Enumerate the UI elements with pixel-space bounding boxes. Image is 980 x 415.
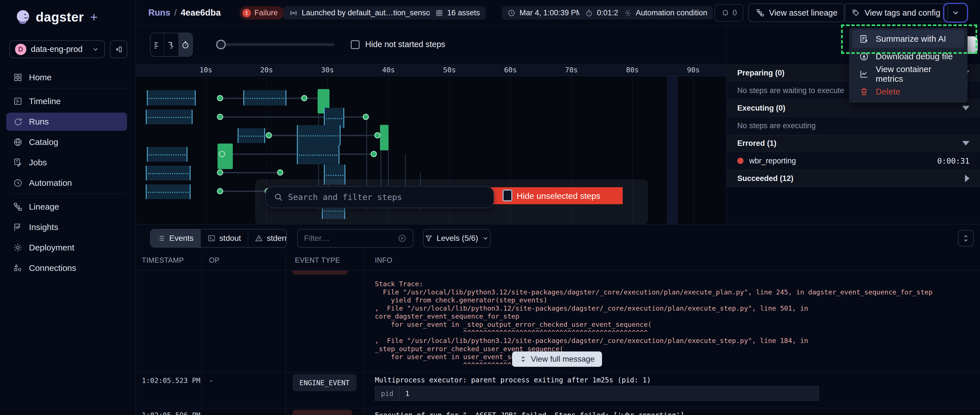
axis-tick-label: 60s: [504, 66, 517, 74]
stopwatch-icon: [585, 9, 593, 17]
sidebar-item-deployment[interactable]: Deployment: [6, 239, 127, 257]
tab-stdout[interactable]: stdout: [201, 230, 248, 247]
terminal-icon: [208, 234, 215, 242]
row-op: -: [209, 377, 213, 385]
sidebar-item-catalog[interactable]: Catalog: [6, 133, 127, 151]
sidebar-item-label: Home: [29, 73, 52, 82]
view-waterfall-button[interactable]: [164, 33, 178, 56]
tag-icon: [851, 8, 860, 17]
sidebar-item-label: Automation: [29, 178, 72, 188]
step-bar-not-started[interactable]: [297, 125, 340, 145]
step-marker-dot: [219, 151, 225, 157]
meta-key: pid: [375, 386, 399, 401]
step-bar-not-started[interactable]: [147, 147, 188, 162]
sidebar-item-label: Connections: [29, 263, 76, 273]
hide-not-started-label: Hide not started steps: [365, 40, 445, 49]
sidebar-item-lineage[interactable]: Lineage: [6, 198, 127, 216]
menu-item-delete[interactable]: Delete: [853, 83, 964, 101]
caret-down-icon[interactable]: [962, 106, 969, 110]
step-bar-not-started[interactable]: [297, 145, 339, 164]
status-section-succeeded[interactable]: Succeeded (12): [727, 170, 980, 187]
axis-tick-label: 80s: [626, 66, 639, 74]
sidebar-item-runs[interactable]: Runs: [6, 113, 127, 131]
clock-icon: [13, 178, 23, 188]
sidebar-item-insights[interactable]: Insights: [6, 218, 127, 236]
grid-icon: [13, 73, 23, 82]
menu-item-view-container-metrics[interactable]: View container metrics: [853, 65, 964, 83]
step-marker-dot: [217, 169, 223, 176]
step-search-input[interactable]: Search and filter steps: [266, 186, 494, 208]
sidebar-item-jobs[interactable]: Jobs: [6, 153, 127, 172]
sidebar-item-label: Timeline: [29, 96, 61, 106]
view-timed-button[interactable]: [179, 33, 192, 56]
breadcrumb: Runs / 4eae6dba: [148, 0, 221, 26]
gantt-zoom-slider-track[interactable]: [221, 43, 335, 46]
list-icon: [158, 234, 165, 242]
step-bar-not-started[interactable]: [146, 184, 191, 199]
tab-label: stdout: [220, 234, 241, 243]
dagster-octopus-icon: [15, 9, 31, 25]
gantt-zoom-slider-thumb[interactable]: [216, 40, 226, 49]
step-bar-not-started[interactable]: [238, 128, 265, 143]
failure-icon: !: [242, 9, 251, 17]
dagster-logo: dagster +: [15, 8, 98, 26]
org-switcher[interactable]: D data-eng-prod: [10, 40, 105, 58]
asset-grid-icon: [435, 9, 443, 17]
step-connector-line: [220, 116, 366, 118]
tab-label: stderr: [267, 234, 287, 243]
gridline: [206, 76, 206, 224]
step-bar-not-started[interactable]: [243, 90, 286, 105]
view-tags-config-button[interactable]: View tags and config: [843, 3, 948, 22]
gear-icon: [13, 243, 23, 252]
caret-down-icon[interactable]: [962, 141, 969, 145]
event-metadata-table: pid 1: [375, 386, 819, 401]
waterfall-icon: [167, 41, 175, 49]
menu-item-label: View container metrics: [876, 64, 957, 84]
launched-by-tag[interactable]: Launched by default_aut…tion_sensor: [283, 6, 438, 19]
step-bar-succeeded[interactable]: [380, 125, 388, 150]
previous-event-badge-clipped: [293, 271, 347, 275]
gantt-chart: Search and filter steps Hide unselected …: [136, 76, 726, 224]
clear-filter-icon[interactable]: [398, 234, 407, 243]
breadcrumb-runs-link[interactable]: Runs: [148, 8, 170, 18]
collapse-sidebar-icon: [115, 45, 123, 54]
annotation-highlight-green: [841, 24, 977, 54]
log-filter-input[interactable]: Filter…: [297, 229, 414, 247]
gantt-scrollbar[interactable]: [667, 76, 678, 224]
sidebar-item-connections[interactable]: Connections: [6, 259, 127, 277]
view-flat-button[interactable]: [151, 33, 164, 56]
sidebar-item-home[interactable]: Home: [6, 69, 127, 86]
row-divider: [136, 408, 980, 408]
bell-icon: [721, 8, 730, 17]
status-section-errored[interactable]: Errored (1): [727, 135, 980, 152]
hide-not-started-checkbox[interactable]: [351, 40, 360, 49]
status-section-label: Succeeded (12): [737, 174, 965, 183]
automation-tag[interactable]: Automation condition: [618, 6, 713, 19]
scroll-order-button[interactable]: [958, 230, 974, 246]
levels-dropdown[interactable]: Levels (5/6): [423, 229, 490, 247]
launched-by-label: Launched by default_aut…tion_sensor: [302, 8, 433, 17]
sidebar-item-label: Insights: [29, 222, 58, 232]
stack-trace-cell: Stack Trace: File "/usr/local/lib/python…: [375, 280, 976, 372]
assets-tag[interactable]: 16 assets: [430, 6, 486, 19]
sidebar-item-timeline[interactable]: Timeline: [6, 92, 127, 110]
collapse-sidebar-button[interactable]: [110, 40, 127, 58]
funnel-icon: [425, 234, 433, 242]
caret-right-icon[interactable]: [965, 175, 969, 182]
levels-label: Levels (5/6): [437, 234, 478, 243]
axis-tick-label: 40s: [382, 66, 395, 74]
step-bar-not-started[interactable]: [147, 90, 196, 105]
errored-step-row[interactable]: wbr_reporting0:00:31: [727, 152, 980, 170]
view-full-message-button[interactable]: View full message: [512, 351, 602, 367]
view-asset-lineage-button[interactable]: View asset lineage: [748, 3, 845, 22]
hide-unselected-checkbox[interactable]: [503, 190, 512, 201]
step-bar-not-started[interactable]: [146, 166, 191, 180]
tab-stderr[interactable]: stderr: [248, 230, 287, 247]
notifications-button[interactable]: 0: [714, 4, 743, 22]
sidebar-item-automation[interactable]: Automation: [6, 174, 127, 192]
tab-events[interactable]: Events: [151, 230, 201, 247]
run-actions-menu-button[interactable]: [943, 3, 968, 23]
step-marker-dot: [266, 132, 272, 139]
step-bar-not-started[interactable]: [146, 110, 192, 124]
step-marker-dot: [301, 95, 307, 101]
